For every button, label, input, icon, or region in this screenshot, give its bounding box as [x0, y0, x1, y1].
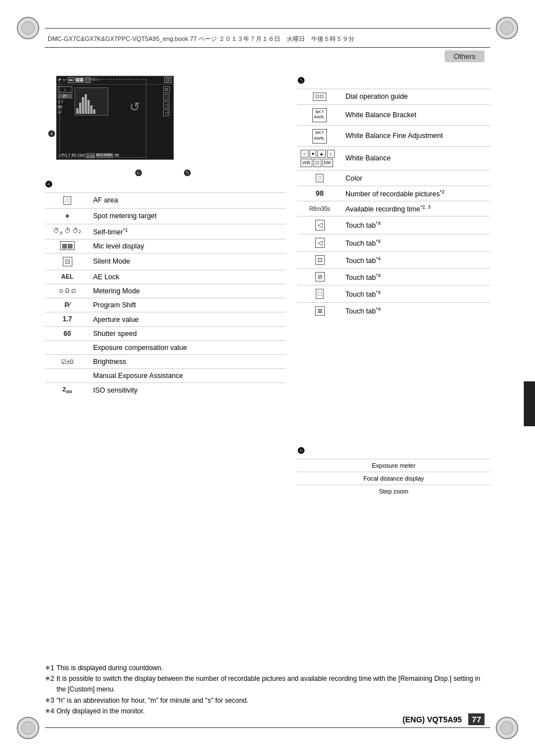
table-row: Step zoom [297, 485, 490, 498]
footnote-text: Only displayed in the monitor. [57, 706, 145, 717]
tab-others: Others [445, 50, 485, 62]
footnote-2: ✳2 It is possible to switch the display … [45, 674, 490, 695]
desc-cell: Exposure compensation value [90, 341, 286, 355]
desc-cell: Focal distance display [297, 472, 490, 485]
table-row: Focal distance display [297, 472, 490, 485]
icon-cell: ◁ [297, 216, 342, 234]
footnote-mark: ✳3 [45, 695, 54, 706]
icon-cell [45, 341, 90, 355]
icon-cell: ⊙ Ω ⊡ [45, 284, 90, 298]
table-row: BKT AWB↓ White Balance Fine Adjustment [297, 126, 490, 146]
table-row: ⊡ Silent Mode [45, 253, 286, 270]
desc-cell: AF area [90, 193, 286, 209]
desc-cell: White Balance Bracket [342, 104, 490, 125]
top-border-line [45, 28, 490, 29]
icon-cell: AEL [45, 270, 90, 284]
icon-cell: 2oo [45, 383, 90, 398]
section5: ❺ ⊡⊡ Dial operation guide BKT AWB↓ White… [297, 76, 490, 319]
page-number: 77 [468, 713, 485, 725]
desc-cell: Metering Mode [90, 284, 286, 298]
wb-icons: ☼ ● ▲ ☼ WB ⊡ MK [301, 150, 339, 168]
section6-title: ❻ [297, 446, 490, 456]
corner-decoration-tr [496, 17, 518, 39]
table-row: BKT AWB↓ White Balance Bracket [297, 104, 490, 125]
section5-title: ❺ [297, 76, 490, 86]
table-row: 1.7 Aperture value [45, 312, 286, 326]
icon-cell: R8m30s [297, 201, 342, 216]
desc-cell: Touch tab*4 [342, 234, 490, 251]
table-row: ⊞ Touch tab*4 [297, 302, 490, 319]
desc-cell: Self-timer*1 [90, 224, 286, 239]
section4-label-cam: ❹ [48, 129, 55, 139]
footnote-text: This is displayed during countdown. [57, 663, 163, 674]
icon-cell: ☑±0 [45, 355, 90, 369]
table-row: 2oo ISO sensitivity [45, 383, 286, 398]
icon-cell: ◁ [297, 234, 342, 251]
footnote-3: ✳3 "h" is an abbreviation for hour, "m" … [45, 695, 490, 706]
desc-cell: Mic level display [90, 239, 286, 253]
section5-label-cam: ❺ [183, 168, 191, 178]
desc-cell: Touch tab*4 [342, 252, 490, 269]
table-row: P∕ Program Shift [45, 298, 286, 312]
icon-cell: ▦▦ [45, 239, 90, 253]
section6: ❻ Exposure meter Focal distance display … [297, 446, 490, 497]
icon-cell: BKT AWB↓ [297, 104, 342, 125]
icon-cell: □ [45, 193, 90, 209]
table-row: Exposure compensation value [45, 341, 286, 355]
icon-cell: 1.7 [45, 312, 90, 326]
icon-cell: BKT AWB↓ [297, 126, 342, 146]
bottom-border-line [45, 727, 490, 728]
page-code: (ENG) VQT5A95 [403, 715, 462, 724]
table-row: Exposure meter [297, 459, 490, 472]
icon-cell: 60 [45, 326, 90, 340]
icon-cell: ⊡ [297, 252, 342, 269]
desc-cell: AE Lock [90, 270, 286, 284]
corner-decoration-br [496, 717, 518, 739]
table-row: ⊘ Touch tab*4 [297, 269, 490, 285]
desc-cell: Program Shift [90, 298, 286, 312]
section4-table: □ AF area + Spot metering target ⏱n ⏱ ⏱₂… [45, 192, 286, 398]
header-text: DMC-GX7C&GX7K&GX7PPC-VQT5A95_eng.book 77… [48, 35, 354, 43]
icon-cell: ☼ ● ▲ ☼ WB ⊡ MK [297, 146, 342, 170]
table-row: ▦▦ Mic level display [45, 239, 286, 253]
desc-cell: Spot metering target [90, 208, 286, 224]
bkt-awb-icon2: BKT AWB↓ [312, 129, 328, 143]
icon-cell: P∕ [45, 298, 90, 312]
desc-cell: White Balance [342, 146, 490, 170]
icon-cell: 98 [297, 186, 342, 201]
icon-cell: ⊡ [45, 253, 90, 270]
section6-table: Exposure meter Focal distance display St… [297, 459, 490, 497]
section5-table: ⊡⊡ Dial operation guide BKT AWB↓ White B… [297, 89, 490, 319]
desc-cell: ISO sensitivity [90, 383, 286, 398]
desc-cell: Color [342, 170, 490, 186]
table-row: ⊙ Ω ⊡ Metering Mode [45, 284, 286, 298]
table-row: 98 Number of recordable pictures*2 [297, 186, 490, 201]
desc-cell: Step zoom [297, 485, 490, 498]
right-tab [524, 381, 535, 426]
section6-label-cam: ❻ [135, 168, 142, 178]
desc-cell: Dial operation guide [342, 89, 490, 105]
table-row: AEL AE Lock [45, 270, 286, 284]
footnote-text: "h" is an abbreviation for hour, "m" for… [57, 695, 248, 706]
table-row: ⊡⊡ Dial operation guide [297, 89, 490, 105]
table-row: 60 Shutter speed [45, 326, 286, 340]
desc-cell: Manual Exposure Assistance [90, 369, 286, 383]
table-row: ⏱n ⏱ ⏱₂ Self-timer*1 [45, 224, 286, 239]
footnotes: ✳1 This is displayed during countdown. ✳… [45, 663, 490, 717]
table-row: ◁ Touch tab*4 [297, 234, 490, 251]
icon-cell: □ [297, 285, 342, 302]
desc-cell: Touch tab*4 [342, 285, 490, 302]
corner-decoration-tl [17, 17, 39, 39]
desc-cell: Touch tab*4 [342, 269, 490, 285]
desc-cell: Touch tab*4 [342, 302, 490, 319]
table-row: + Spot metering target [45, 208, 286, 224]
icon-cell: ⊞ [297, 302, 342, 319]
table-row: □ Color [297, 170, 490, 186]
desc-cell: Silent Mode [90, 253, 286, 270]
desc-cell: Touch tab*4 [342, 216, 490, 234]
main-content: ❹ P ☼ ♦♦ ▦▦ ⊡ ⊞□□ ⊡ ☼ [45, 64, 490, 722]
header-bar: DMC-GX7C&GX7K&GX7PPC-VQT5A95_eng.book 77… [45, 31, 490, 48]
table-row: □ AF area [45, 193, 286, 209]
icon-cell: + [45, 208, 90, 224]
table-row: R8m30s Available recording time*2, 3 [297, 201, 490, 216]
